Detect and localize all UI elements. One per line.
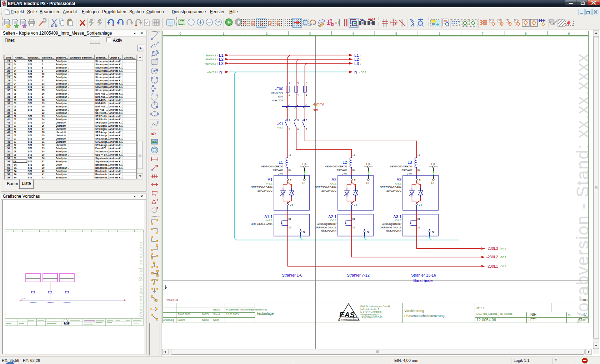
svg-text:SPS Ausga...: SPS Ausga... — [95, 131, 109, 134]
svg-text:07: 07 — [14, 137, 17, 140]
svg-text:51: 51 — [7, 150, 10, 153]
svg-text:2: 2 — [289, 93, 290, 96]
svg-text:-A1.1: -A1.1 — [263, 214, 272, 219]
svg-text:45: 45 — [7, 131, 10, 133]
svg-text:Andreas-Kr...: Andreas-Kr... — [109, 141, 123, 143]
svg-text:57: 57 — [7, 170, 10, 172]
svg-text:23: 23 — [7, 60, 10, 62]
svg-text:x1: x1 — [289, 217, 291, 221]
svg-text:=BA/39.3 /: =BA/39.3 / — [204, 58, 218, 61]
svg-text:Andreas-Kr...: Andreas-Kr... — [109, 79, 123, 82]
svg-text:27A: 27A — [342, 172, 347, 175]
svg-text:26: 26 — [7, 70, 10, 72]
svg-text:Andreas-Kr...: Andreas-Kr... — [109, 144, 123, 146]
svg-text:100: 100 — [216, 21, 220, 24]
svg-text:1L: 1L — [354, 178, 358, 182]
svg-text:34: 34 — [7, 96, 10, 98]
svg-text:06: 06 — [14, 102, 17, 105]
svg-text:36: 36 — [42, 157, 45, 160]
svg-text:53: 53 — [7, 157, 10, 160]
svg-text:3: 3 — [297, 118, 299, 122]
svg-text:Schaltplan ..: Schaltplan .. — [56, 70, 69, 72]
svg-text:SPS Ausga...: SPS Ausga... — [95, 134, 109, 137]
svg-text:ST1: ST1 — [28, 70, 32, 72]
svg-text:29: 29 — [42, 134, 45, 137]
svg-text:Strahler 7-12: Strahler 7-12 — [347, 273, 370, 277]
svg-text:NIR: NIR — [530, 313, 536, 317]
svg-text:PE: PE — [366, 181, 371, 185]
svg-text:Übersicht: Übersicht — [56, 134, 66, 137]
svg-text:ST1: ST1 — [28, 63, 32, 66]
svg-text:x2: x2 — [289, 168, 291, 171]
svg-text:Steuerspan...: Steuerspan... — [95, 76, 110, 79]
svg-text:07: 07 — [14, 131, 17, 133]
svg-text:14: 14 — [42, 86, 45, 88]
svg-text:L2: L2 — [219, 57, 224, 61]
svg-text:x1: x1 — [418, 217, 420, 221]
svg-text:NOT-AUS-...: NOT-AUS-... — [95, 102, 108, 105]
svg-text:PE: PE — [302, 181, 307, 185]
svg-text:56: 56 — [7, 167, 10, 169]
svg-text:Andreas-Kr...: Andreas-Kr... — [109, 125, 123, 127]
svg-text:0: 0 — [179, 32, 181, 35]
svg-text:Schaltplan ..: Schaltplan .. — [56, 73, 69, 76]
svg-text:27: 27 — [42, 128, 45, 130]
svg-text:Einbauor...: Einbauor... — [28, 56, 40, 59]
svg-text:Bandantrie...: Bandantrie... — [95, 163, 109, 166]
svg-text:2T: 2T — [290, 203, 294, 207]
svg-text:Andreas-Kr...: Andreas-Kr... — [109, 137, 123, 140]
svg-text:1L: 1L — [290, 178, 294, 182]
svg-text:08: 08 — [14, 150, 17, 153]
svg-text:Schaltplan ..: Schaltplan .. — [56, 66, 69, 69]
svg-text:=BA/39.3 /: =BA/39.3 / — [204, 54, 218, 57]
svg-text:Andreas-Kr...: Andreas-Kr... — [109, 73, 123, 75]
svg-text:A: A — [242, 20, 246, 26]
svg-text:11: 11 — [42, 76, 45, 79]
svg-text:x2: x2 — [289, 226, 291, 229]
svg-text:M/RO: M/RO — [202, 313, 209, 315]
svg-text:Leistungssteller: Leistungssteller — [316, 222, 336, 226]
svg-text:Steuerspan...: Steuerspan... — [95, 82, 110, 85]
svg-text:-A2.1: -A2.1 — [327, 214, 336, 219]
svg-text:33: 33 — [7, 92, 10, 95]
svg-text:Andreas-Kr...: Andreas-Kr... — [109, 66, 123, 69]
svg-text:Schaltplan ..: Schaltplan .. — [56, 89, 69, 92]
svg-text:04: 04 — [14, 73, 17, 75]
svg-text:6: 6 — [306, 127, 307, 131]
svg-text:12 0054 09: 12 0054 09 — [476, 318, 496, 322]
svg-text:Schaltplan ..: Schaltplan .. — [56, 63, 69, 66]
svg-text:ST1: ST1 — [28, 173, 32, 176]
svg-text:=04/7.7 /: =04/7.7 / — [207, 71, 218, 74]
svg-text:Steuerspan...: Steuerspan... — [95, 66, 110, 69]
svg-text:Steuerspan...: Steuerspan... — [95, 86, 110, 89]
svg-text:Seitenbe...: Seitenbe... — [96, 56, 108, 59]
svg-text:9A: 9A — [14, 176, 17, 179]
svg-text:ST1: ST1 — [28, 153, 32, 156]
svg-text:08: 08 — [14, 147, 17, 150]
svg-text:=NEHF/46: =NEHF/46 — [166, 299, 178, 301]
svg-text:Stand: Stand — [213, 313, 220, 315]
svg-text:Übersicht: Übersicht — [56, 124, 66, 127]
svg-text:Industriestraße 2: Industriestraße 2 — [360, 308, 379, 310]
svg-text:1: 1 — [222, 32, 224, 35]
svg-text:54: 54 — [7, 160, 10, 163]
svg-text:Andreas-Kr...: Andreas-Kr... — [109, 131, 123, 133]
svg-text:4 mm²: 4 mm² — [313, 102, 324, 106]
svg-text:Testanlage: Testanlage — [256, 312, 274, 315]
svg-text:9A: 9A — [14, 173, 17, 176]
svg-text:Bandränder: Bandränder — [413, 278, 434, 283]
svg-text:L3: L3 — [219, 61, 224, 66]
svg-text:ST1: ST1 — [28, 76, 32, 79]
svg-text:/48.2: /48.2 — [277, 126, 283, 129]
svg-text:19: 19 — [42, 102, 45, 105]
svg-text:Steuerspan...: Steuerspan... — [95, 89, 110, 92]
svg-text:USB <> Se...: USB <> Se... — [95, 153, 109, 156]
svg-text:2T: 2T — [419, 203, 422, 207]
svg-text:Vorsicherung: Vorsicherung — [404, 309, 424, 313]
svg-text:21: 21 — [42, 108, 45, 111]
svg-text:ST1: ST1 — [28, 147, 32, 150]
svg-text:SPS Ausga...: SPS Ausga... — [95, 141, 109, 143]
svg-text:06: 06 — [14, 105, 17, 108]
svg-text:Andreas-Kr...: Andreas-Kr... — [109, 92, 123, 95]
svg-text:48: 48 — [583, 299, 586, 301]
